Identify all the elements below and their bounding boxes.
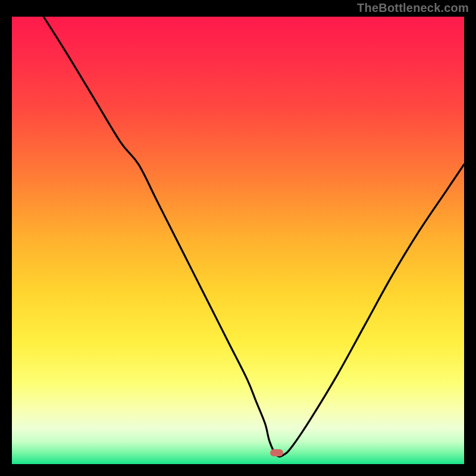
bottleneck-curve [12,17,464,464]
watermark-text: TheBottleneck.com [357,1,469,15]
optimal-point-marker [270,449,283,456]
plot-area [12,17,464,464]
chart-frame: TheBottleneck.com [0,0,476,476]
